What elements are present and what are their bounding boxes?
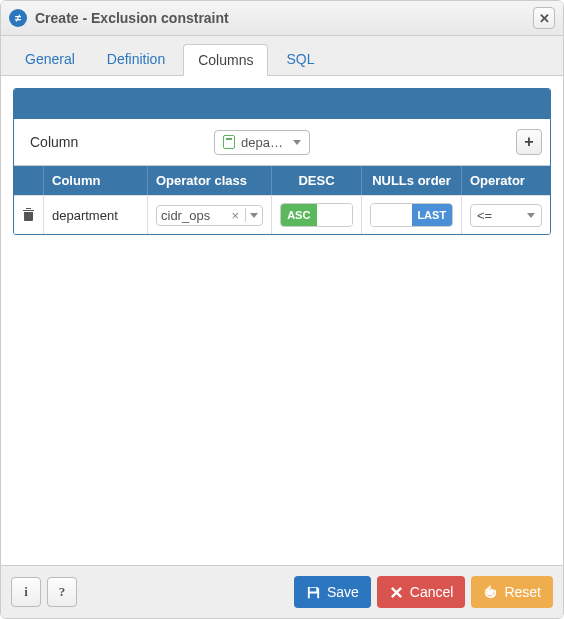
titlebar: ≠ Create - Exclusion constraint ✕ [1, 1, 563, 36]
grid-header: Column Operator class DESC NULLs order O… [14, 166, 550, 195]
exclusion-icon: ≠ [9, 9, 27, 27]
tab-definition[interactable]: Definition [93, 44, 179, 75]
nulls-first-segment[interactable] [371, 204, 412, 226]
close-button[interactable]: ✕ [533, 7, 555, 29]
tab-general[interactable]: General [11, 44, 89, 75]
header-desc: DESC [272, 166, 362, 195]
header-nulls-order: NULLs order [362, 166, 462, 195]
help-button[interactable]: ? [47, 577, 77, 607]
cancel-label: Cancel [410, 584, 454, 600]
desc-toggle[interactable]: ASC [280, 203, 353, 227]
cancel-button[interactable]: Cancel [377, 576, 466, 608]
header-operator-class: Operator class [148, 166, 272, 195]
column-dropdown-value: depa… [241, 135, 287, 150]
column-icon [223, 135, 235, 149]
tab-sql[interactable]: SQL [272, 44, 328, 75]
cancel-icon [389, 585, 404, 600]
operator-select[interactable]: <= [470, 204, 542, 227]
reset-button[interactable]: Reset [471, 576, 553, 608]
chevron-down-icon [293, 140, 301, 145]
add-column-button[interactable]: + [516, 129, 542, 155]
info-icon: i [24, 584, 28, 600]
header-operator: Operator [462, 166, 550, 195]
column-picker-row: Column depa… + [14, 119, 550, 166]
clear-operator-class-button[interactable]: × [229, 208, 241, 223]
asc-segment[interactable]: ASC [281, 204, 317, 226]
close-icon: ✕ [539, 11, 550, 26]
dialog-title: Create - Exclusion constraint [35, 10, 525, 26]
delete-row-button[interactable] [22, 207, 35, 224]
operator-class-select[interactable]: cidr_ops × [156, 205, 263, 226]
chevron-down-icon [250, 213, 258, 218]
plus-icon: + [524, 133, 533, 151]
footer: i ? Save Cancel Reset [1, 565, 563, 618]
panel-header [14, 89, 550, 119]
chevron-down-icon [527, 213, 535, 218]
content: Column depa… + Column Operator class DES… [1, 76, 563, 565]
save-label: Save [327, 584, 359, 600]
save-icon [306, 585, 321, 600]
reset-label: Reset [504, 584, 541, 600]
dialog: ≠ Create - Exclusion constraint ✕ Genera… [0, 0, 564, 619]
tab-columns[interactable]: Columns [183, 44, 268, 76]
info-button[interactable]: i [11, 577, 41, 607]
help-icon: ? [59, 584, 66, 600]
trash-icon [22, 207, 35, 221]
nulls-last-segment[interactable]: LAST [412, 204, 453, 226]
desc-segment[interactable] [317, 204, 353, 226]
cell-column: department [44, 196, 148, 234]
columns-panel: Column depa… + Column Operator class DES… [13, 88, 551, 235]
operator-value: <= [477, 208, 521, 223]
tabs: General Definition Columns SQL [1, 36, 563, 76]
table-row: department cidr_ops × ASC [14, 195, 550, 234]
save-button[interactable]: Save [294, 576, 371, 608]
operator-class-value: cidr_ops [161, 208, 225, 223]
nulls-order-toggle[interactable]: LAST [370, 203, 453, 227]
reset-icon [483, 585, 498, 600]
column-dropdown[interactable]: depa… [214, 130, 310, 155]
column-field-label: Column [22, 134, 202, 150]
header-column: Column [44, 166, 148, 195]
